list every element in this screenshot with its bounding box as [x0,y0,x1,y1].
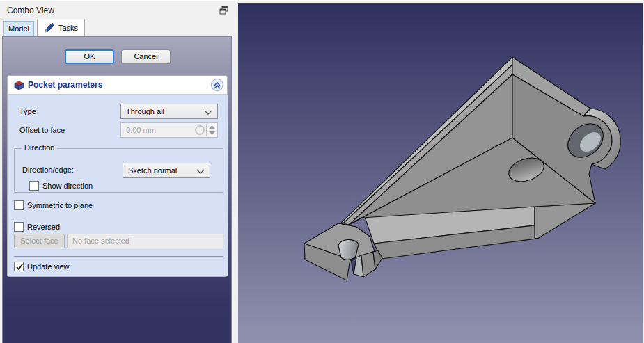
spin-buttons[interactable] [206,124,217,136]
tab-model-label: Model [8,24,29,33]
face-field-value: No face selected [72,237,129,245]
direction-edge-value: Sketch normal [128,166,177,175]
direction-group: Direction Direction/edge: Sketch normal … [14,148,223,193]
formula-icon[interactable] [195,125,205,135]
tab-tasks-label: Tasks [58,24,78,32]
float-window-icon[interactable] [219,6,230,15]
chevron-down-icon [196,169,205,174]
direction-edge-label: Direction/edge: [22,166,74,174]
section-title: Pocket parameters [28,80,102,90]
pencil-icon [43,22,56,34]
offset-to-face-label: Offset to face [19,126,65,134]
pocket-parameters-content: Type Through all Offset to face 0.00 mm [8,94,228,276]
pocket-parameters-box: Pocket parameters Type Through all Offse [7,75,228,277]
show-direction-checkbox[interactable] [29,181,39,191]
chevron-up-icon [212,80,223,91]
type-label: Type [19,107,36,115]
separator [14,256,223,257]
combo-view-panel: Combo View Model Tasks OK Cancel [0,0,234,343]
ok-button[interactable]: OK [65,49,114,64]
panel-title: Combo View [7,6,54,15]
pocket-icon [13,79,25,93]
reversed-checkbox[interactable] [14,222,24,232]
collapse-section-button[interactable] [211,79,223,91]
show-direction-label: Show direction [42,182,93,190]
cancel-button[interactable]: Cancel [121,49,171,64]
symmetric-checkbox[interactable] [14,200,24,210]
direction-edge-dropdown[interactable]: Sketch normal [123,163,210,178]
tab-bar: Model Tasks [0,19,234,36]
pocket-parameters-header: Pocket parameters [8,76,227,94]
offset-value: 0.00 mm [126,126,156,134]
type-dropdown-value: Through all [126,107,164,115]
checkmark-icon [15,263,24,271]
tab-tasks[interactable]: Tasks [37,19,85,36]
panel-titlebar[interactable]: Combo View [0,0,234,19]
select-face-button[interactable]: Select face [14,234,65,248]
update-view-label: Update view [27,262,70,271]
tab-model[interactable]: Model [3,21,34,36]
face-field[interactable]: No face selected [67,234,223,248]
symmetric-label: Symmetric to plane [27,201,93,209]
3d-viewport[interactable] [238,3,643,343]
chevron-down-icon [204,110,212,115]
plate-notch [338,239,359,260]
reversed-label: Reversed [27,223,60,231]
offset-spinbox[interactable]: 0.00 mm [120,122,218,138]
update-view-checkbox[interactable] [14,262,24,271]
direction-group-legend: Direction [22,143,57,152]
type-dropdown[interactable]: Through all [120,104,218,119]
3d-scene [238,3,643,343]
tasks-panel: OK Cancel Pocket parameters [2,36,232,343]
